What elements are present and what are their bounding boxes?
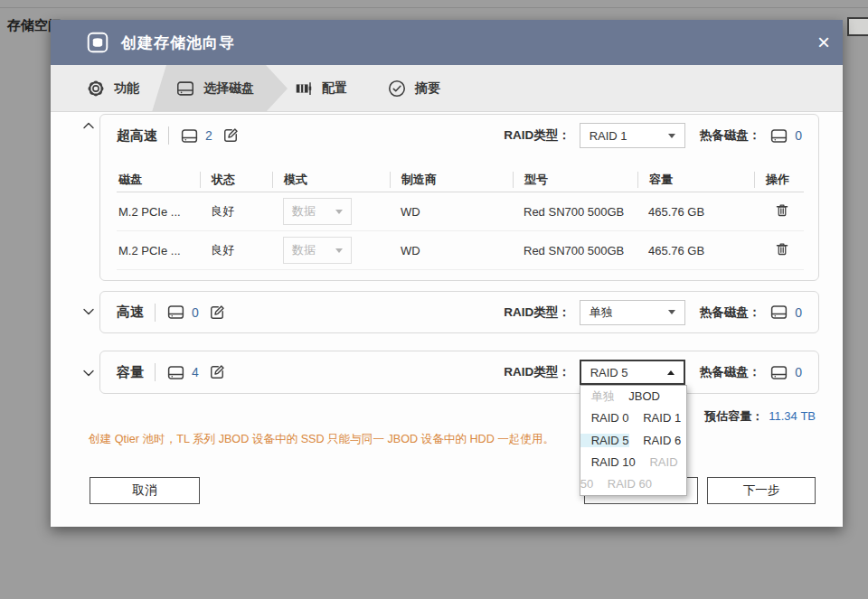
hot-spare-label: 热备磁盘： bbox=[700, 364, 761, 380]
cell-model: Red SN700 500GB bbox=[513, 244, 637, 257]
step-features[interactable]: 功能 bbox=[86, 65, 139, 112]
create-storage-pool-dialog: 创建存储池向导 × 功能 选择磁盘 bbox=[51, 20, 843, 527]
storage-pool-icon bbox=[86, 31, 109, 54]
disk-drive-icon bbox=[175, 79, 195, 98]
chevron-down-icon[interactable] bbox=[80, 303, 98, 321]
caret-down-icon bbox=[668, 134, 675, 138]
wizard-step-bar: 功能 选择磁盘 配置 bbox=[51, 65, 843, 112]
disk-count: 0 bbox=[192, 305, 199, 320]
table-header: 磁盘 状态 模式 制造商 型号 容量 操作 bbox=[117, 167, 804, 192]
cell-capacity: 465.76 GB bbox=[637, 244, 754, 257]
caret-down-icon bbox=[335, 210, 343, 214]
option-jbod[interactable]: JBOD bbox=[618, 389, 660, 403]
disk-drive-icon bbox=[166, 303, 185, 322]
disk-count: 2 bbox=[205, 128, 212, 143]
qtier-warning-text: 创建 Qtier 池时，TL 系列 JBOD 设备中的 SSD 只能与同一 JB… bbox=[89, 432, 554, 447]
col-manufacturer: 制造商 bbox=[390, 172, 513, 188]
cell-status: 良好 bbox=[200, 203, 272, 220]
edit-icon[interactable] bbox=[208, 304, 226, 322]
option-raid0[interactable]: RAID 0 bbox=[580, 411, 629, 425]
cell-capacity: 465.76 GB bbox=[637, 205, 754, 219]
disk-drive-icon bbox=[166, 363, 185, 382]
section-header: 高速 0 RAID类型： 单独 bbox=[100, 292, 818, 332]
background-corner-box bbox=[847, 17, 868, 36]
raid-type-select[interactable]: RAID 1 bbox=[580, 123, 685, 148]
section-capacity: 容量 4 RAID类型： RAID 5 bbox=[99, 351, 819, 394]
divider bbox=[168, 126, 169, 145]
col-status: 状态 bbox=[200, 172, 272, 188]
hot-spare-count: 0 bbox=[795, 365, 802, 379]
gear-icon bbox=[86, 79, 106, 98]
cell-model: Red SN700 500GB bbox=[513, 205, 637, 219]
raid-type-value: RAID 1 bbox=[590, 129, 627, 143]
section-header: 超高速 2 RAID类型： RAID 1 bbox=[100, 115, 818, 156]
option-raid5[interactable]: RAID 5 bbox=[580, 434, 629, 447]
chevron-up-icon[interactable] bbox=[80, 117, 98, 135]
disk-drive-icon bbox=[769, 363, 788, 382]
chevron-down-icon[interactable] bbox=[80, 364, 98, 382]
option-raid1[interactable]: RAID 1 bbox=[632, 411, 681, 425]
col-capacity: 容量 bbox=[637, 172, 754, 188]
cell-manufacturer: WD bbox=[390, 244, 513, 257]
dialog-title: 创建存储池向导 bbox=[121, 33, 235, 53]
raid-type-select-open[interactable]: RAID 5 单独 JBOD RAID 0 RAID 1 RAID 5 RAID… bbox=[580, 360, 685, 385]
step-label: 功能 bbox=[114, 80, 139, 97]
caret-down-icon bbox=[335, 248, 343, 253]
table-row: M.2 PCIe ... 良好 数据 WD Red SN700 500GB 46… bbox=[117, 231, 804, 270]
trash-icon[interactable] bbox=[774, 201, 790, 219]
mode-value: 数据 bbox=[292, 203, 316, 220]
step-summary[interactable]: 摘要 bbox=[387, 65, 440, 112]
step-select-disks[interactable]: 选择磁盘 bbox=[152, 65, 288, 112]
disk-table: 磁盘 状态 模式 制造商 型号 容量 操作 M.2 PCIe ... 良好 数据 bbox=[117, 167, 804, 270]
close-icon[interactable]: × bbox=[817, 32, 830, 53]
table-row: M.2 PCIe ... 良好 数据 WD Red SN700 500GB 46… bbox=[117, 192, 804, 231]
estimated-capacity-value: 11.34 TB bbox=[769, 409, 816, 423]
hot-spare-label: 热备磁盘： bbox=[700, 127, 761, 144]
raid-type-label: RAID类型： bbox=[504, 364, 571, 380]
col-mode: 模式 bbox=[272, 172, 390, 188]
step-label: 配置 bbox=[322, 80, 347, 97]
caret-up-icon bbox=[667, 370, 675, 375]
step-configure[interactable]: 配置 bbox=[294, 65, 347, 112]
disk-drive-icon bbox=[769, 303, 788, 322]
step-label: 摘要 bbox=[415, 80, 440, 97]
raid-controls: RAID类型： RAID 1 热备磁盘： 0 bbox=[504, 123, 802, 148]
mode-select[interactable]: 数据 bbox=[283, 198, 352, 225]
next-button[interactable]: 下一步 bbox=[707, 477, 816, 504]
mode-value: 数据 bbox=[292, 242, 316, 258]
divider bbox=[155, 304, 156, 322]
estimated-capacity-label: 预估容量： bbox=[704, 409, 763, 423]
col-disk: 磁盘 bbox=[117, 172, 200, 188]
cell-manufacturer: WD bbox=[390, 205, 513, 219]
option-raid6[interactable]: RAID 6 bbox=[632, 434, 681, 447]
cell-status: 良好 bbox=[200, 242, 272, 258]
section-high-speed: 高速 0 RAID类型： 单独 bbox=[99, 291, 819, 333]
option-raid60: RAID 60 bbox=[597, 477, 652, 491]
trash-icon[interactable] bbox=[774, 240, 790, 257]
option-raid10[interactable]: RAID 10 bbox=[580, 455, 636, 469]
cell-disk: M.2 PCIe ... bbox=[117, 244, 200, 257]
section-name: 容量 bbox=[117, 364, 144, 381]
section-ultra-high-speed: 超高速 2 RAID类型： RAID 1 bbox=[99, 114, 819, 281]
edit-icon[interactable] bbox=[208, 363, 226, 381]
screen: 存储空间 创建存储池向导 × 功能 bbox=[0, 0, 868, 599]
hot-spare-count: 0 bbox=[795, 305, 802, 320]
raid-type-select[interactable]: 单独 bbox=[580, 300, 685, 325]
cell-disk: M.2 PCIe ... bbox=[117, 205, 200, 219]
col-actions: 操作 bbox=[754, 172, 804, 188]
check-circle-icon bbox=[387, 79, 407, 98]
cancel-button[interactable]: 取消 bbox=[90, 477, 200, 504]
raid-type-label: RAID类型： bbox=[504, 304, 571, 321]
mode-select[interactable]: 数据 bbox=[283, 237, 352, 264]
disk-drive-icon bbox=[180, 126, 199, 145]
divider bbox=[155, 363, 156, 381]
section-header: 容量 4 RAID类型： RAID 5 bbox=[100, 351, 818, 393]
disk-count: 4 bbox=[192, 365, 199, 379]
background-divider bbox=[0, 7, 868, 8]
raid-type-value: 单独 bbox=[590, 304, 613, 321]
estimated-capacity: 预估容量：11.34 TB bbox=[704, 408, 816, 425]
raid-type-label: RAID类型： bbox=[504, 127, 571, 144]
hot-spare-label: 热备磁盘： bbox=[700, 304, 761, 321]
edit-icon[interactable] bbox=[222, 126, 240, 145]
section-name: 超高速 bbox=[117, 127, 157, 145]
